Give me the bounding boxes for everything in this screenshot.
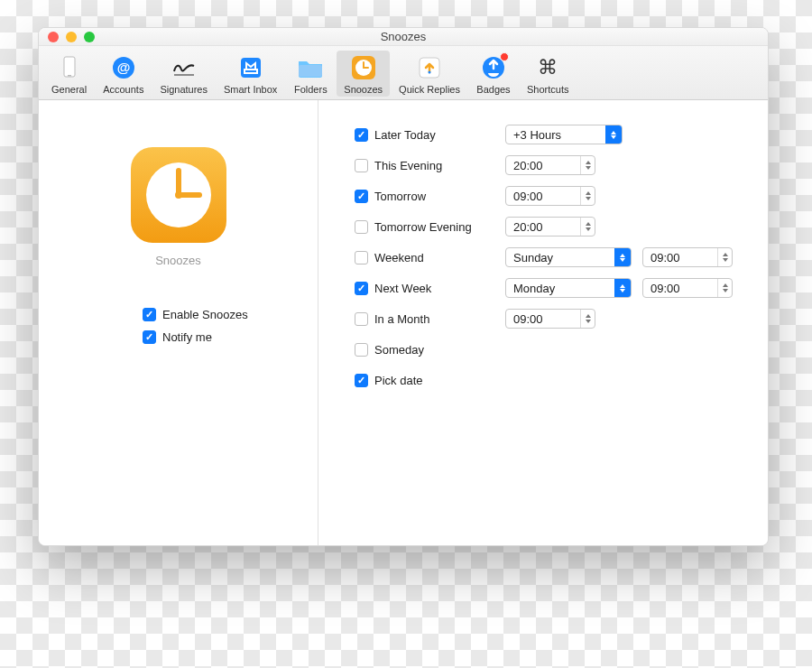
tab-general[interactable]: General <box>44 51 94 97</box>
tab-label: Accounts <box>103 84 143 95</box>
svg-rect-0 <box>64 57 75 77</box>
checkbox-icon <box>143 330 156 344</box>
select-arrows-icon <box>605 125 622 144</box>
checkbox-label: Notify me <box>162 330 212 344</box>
someday-checkbox[interactable]: Someday <box>355 343 494 357</box>
select-value: Sunday <box>506 251 614 264</box>
next-week-checkbox[interactable]: Next Week <box>355 282 494 295</box>
sidebar-caption: Snoozes <box>155 254 201 267</box>
checkbox-label: In a Month <box>374 312 429 326</box>
tab-smart-inbox[interactable]: Smart Inbox <box>217 51 284 97</box>
stepper-arrows-icon <box>580 187 595 205</box>
badges-icon <box>480 54 507 81</box>
tab-label: Badges <box>476 84 510 95</box>
shortcuts-icon: ⌘ <box>534 54 561 81</box>
content: Snoozes Enable Snoozes Notify me Later T… <box>39 100 768 545</box>
pick-date-checkbox[interactable]: Pick date <box>355 374 494 387</box>
checkbox-label: Tomorrow Evening <box>374 220 472 234</box>
stepper-arrows-icon <box>717 279 732 297</box>
weekend-time[interactable]: 09:00 <box>642 247 733 267</box>
checkbox-label: This Evening <box>374 159 442 172</box>
checkbox-label: Tomorrow <box>374 190 426 203</box>
toolbar: General @ Accounts Signatures Smart Inbo… <box>39 46 768 100</box>
tab-label: General <box>51 84 87 95</box>
general-icon <box>56 54 83 81</box>
in-a-month-time[interactable]: 09:00 <box>505 309 595 329</box>
this-evening-checkbox[interactable]: This Evening <box>355 159 494 172</box>
svg-point-13 <box>429 71 431 74</box>
tab-label: Signatures <box>160 84 208 95</box>
options-panel: Later Today +3 Hours This Evening 20:00 <box>318 100 768 545</box>
stepper-arrows-icon <box>580 156 595 174</box>
select-arrows-icon <box>614 248 631 266</box>
quick-replies-icon <box>416 54 443 81</box>
tab-label: Folders <box>294 84 328 95</box>
tab-folders[interactable]: Folders <box>286 51 335 97</box>
option-weekend: Weekend Sunday 09:00 <box>355 245 750 270</box>
later-today-checkbox[interactable]: Later Today <box>355 128 494 142</box>
checkbox-icon <box>355 220 368 234</box>
option-pick-date: Pick date <box>355 367 750 393</box>
option-next-week: Next Week Monday 09:00 <box>355 275 750 301</box>
select-value: +3 Hours <box>506 128 605 142</box>
next-week-day-select[interactable]: Monday <box>505 278 632 298</box>
titlebar: Snoozes <box>39 28 768 46</box>
option-in-a-month: In a Month 09:00 <box>355 306 750 331</box>
in-a-month-checkbox[interactable]: In a Month <box>355 312 494 326</box>
stepper-arrows-icon <box>717 248 732 266</box>
snoozes-icon <box>350 54 377 81</box>
time-value: 20:00 <box>506 159 580 172</box>
checkbox-icon <box>355 128 368 142</box>
checkbox-icon <box>355 190 368 203</box>
accounts-icon: @ <box>110 54 137 81</box>
tomorrow-evening-checkbox[interactable]: Tomorrow Evening <box>355 220 494 234</box>
select-arrows-icon <box>614 279 631 297</box>
sidebar: Snoozes Enable Snoozes Notify me <box>39 100 318 545</box>
checkbox-icon <box>355 343 368 357</box>
badge-dot-icon <box>500 52 509 61</box>
checkbox-icon <box>143 308 156 321</box>
time-value: 09:00 <box>643 251 717 264</box>
checkbox-label: Weekend <box>374 251 424 264</box>
tab-snoozes[interactable]: Snoozes <box>337 51 390 97</box>
tomorrow-evening-time[interactable]: 20:00 <box>505 217 595 237</box>
this-evening-time[interactable]: 20:00 <box>505 155 595 175</box>
notify-me-checkbox[interactable]: Notify me <box>143 330 318 344</box>
checkbox-icon <box>355 374 368 387</box>
time-value: 09:00 <box>506 190 580 203</box>
tab-badges[interactable]: Badges <box>469 51 518 97</box>
tab-label: Shortcuts <box>527 84 568 95</box>
option-this-evening: This Evening 20:00 <box>355 153 750 178</box>
tomorrow-time[interactable]: 09:00 <box>505 186 595 206</box>
weekend-day-select[interactable]: Sunday <box>505 247 632 267</box>
tab-label: Smart Inbox <box>224 84 277 95</box>
checkbox-label: Later Today <box>374 128 436 142</box>
enable-snoozes-checkbox[interactable]: Enable Snoozes <box>143 308 318 321</box>
later-today-select[interactable]: +3 Hours <box>505 125 623 144</box>
tomorrow-checkbox[interactable]: Tomorrow <box>355 190 494 203</box>
svg-text:@: @ <box>116 60 130 75</box>
checkbox-label: Someday <box>374 343 424 357</box>
stepper-arrows-icon <box>580 310 595 328</box>
checkbox-icon <box>355 282 368 295</box>
option-tomorrow-evening: Tomorrow Evening 20:00 <box>355 214 750 239</box>
tab-label: Quick Replies <box>399 84 460 95</box>
smart-inbox-icon <box>237 54 264 81</box>
checkbox-icon <box>355 312 368 326</box>
tab-label: Snoozes <box>344 84 383 95</box>
option-later-today: Later Today +3 Hours <box>355 122 750 147</box>
folders-icon <box>297 54 324 81</box>
next-week-time[interactable]: 09:00 <box>642 278 733 298</box>
select-value: Monday <box>506 282 614 295</box>
svg-rect-7 <box>299 65 322 77</box>
preferences-window: Snoozes General @ Accounts Signatures <box>38 27 769 546</box>
window-title: Snoozes <box>39 30 768 43</box>
tab-quick-replies[interactable]: Quick Replies <box>392 51 467 97</box>
tab-signatures[interactable]: Signatures <box>152 51 215 97</box>
checkbox-label: Pick date <box>374 374 422 387</box>
tab-accounts[interactable]: @ Accounts <box>96 51 151 97</box>
stepper-arrows-icon <box>580 218 595 236</box>
checkbox-label: Enable Snoozes <box>162 308 248 321</box>
tab-shortcuts[interactable]: ⌘ Shortcuts <box>520 51 576 97</box>
weekend-checkbox[interactable]: Weekend <box>355 251 494 264</box>
